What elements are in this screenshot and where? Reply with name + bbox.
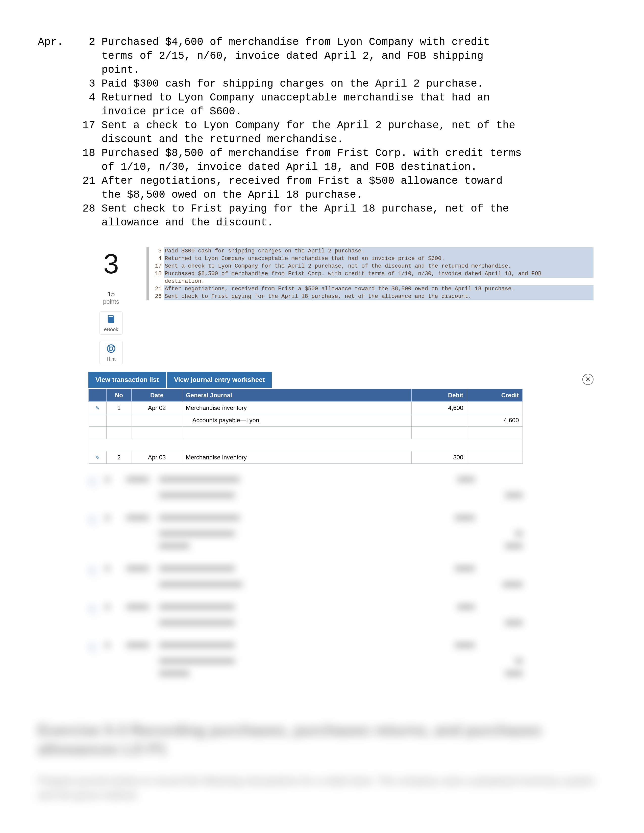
points-value: 15 xyxy=(89,290,134,298)
col-date: Date xyxy=(132,389,182,402)
journal-table: No Date General Journal Debit Credit ✎1A… xyxy=(89,389,523,464)
ebook-button[interactable]: eBook xyxy=(100,312,123,335)
ebook-label: eBook xyxy=(104,326,118,333)
points-label: points xyxy=(103,298,119,305)
col-debit: Debit xyxy=(411,389,467,402)
snippet-row: destination. xyxy=(147,278,594,285)
snippet-row: 18Purchased $8,500 of merchandise from F… xyxy=(147,270,594,278)
journal-row[interactable]: ✎2Apr 03Merchandise inventory300 xyxy=(89,451,523,464)
book-icon xyxy=(106,314,116,324)
question-number: 3 xyxy=(89,245,134,280)
life-ring-icon xyxy=(106,344,116,354)
snippet-row: 28Sent check to Frist paying for the Apr… xyxy=(147,293,594,301)
snippet-row: 3Paid $300 cash for shipping charges on … xyxy=(147,248,594,255)
edit-icon[interactable]: ✎ xyxy=(95,405,100,411)
problem-snippet: 3Paid $300 cash for shipping charges on … xyxy=(147,248,594,301)
tab-transaction-list[interactable]: View transaction list xyxy=(89,372,166,388)
col-credit: Credit xyxy=(467,389,523,402)
journal-row[interactable]: Accounts payable—Lyon4,600 xyxy=(89,414,523,426)
blurred-journal-rows xyxy=(89,474,523,680)
journal-row[interactable]: ✎1Apr 02Merchandise inventory4,600 xyxy=(89,402,523,414)
transaction-list-text: Apr. 2 Purchased $4,600 of merchandise f… xyxy=(38,35,606,230)
close-icon[interactable]: ✕ xyxy=(582,374,594,385)
tab-journal-entry-worksheet[interactable]: View journal entry worksheet xyxy=(167,372,272,388)
next-exercise-text: Prepare journal entries to record the fo… xyxy=(38,774,596,802)
journal-row[interactable] xyxy=(89,426,523,439)
next-exercise-title: Exercise 5-3 Recording purchases, purcha… xyxy=(38,720,596,759)
snippet-row: 17Sent a check to Lyon Company for the A… xyxy=(147,262,594,270)
hint-button[interactable]: Hint xyxy=(100,341,123,364)
snippet-row: 21After negotiations, received from Fris… xyxy=(147,285,594,293)
edit-icon[interactable]: ✎ xyxy=(95,455,100,460)
svg-point-1 xyxy=(109,347,113,350)
col-no: No xyxy=(106,389,132,402)
hint-label: Hint xyxy=(106,356,116,362)
snippet-row: 4Returned to Lyon Company unacceptable m… xyxy=(147,255,594,262)
col-gj: General Journal xyxy=(182,389,411,402)
